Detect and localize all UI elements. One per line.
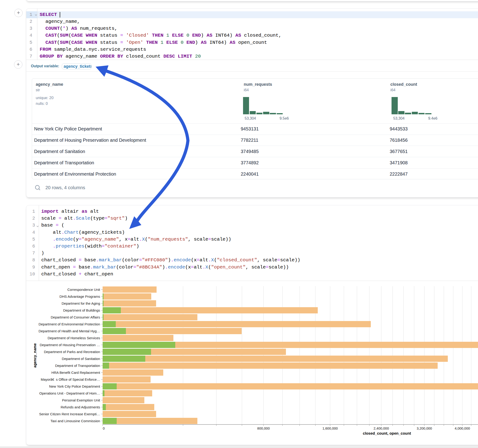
svg-text:closed_count, open_count: closed_count, open_count [363,431,411,435]
svg-text:DHS Advantage Programs: DHS Advantage Programs [59,294,100,299]
svg-text:Operations Unit - Department o: Operations Unit - Department of Hom… [39,391,100,395]
svg-text:Department of Homeless Service: Department of Homeless Services [48,336,100,340]
svg-text:Department for the Aging: Department for the Aging [62,301,100,305]
svg-text:Department of Environmental Pr: Department of Environmental Protection [38,322,100,326]
svg-text:Department of Sanitation: Department of Sanitation [62,357,100,361]
svg-text:3,200,000: 3,200,000 [417,426,432,430]
svg-text:4,000,000: 4,000,000 [455,426,470,430]
svg-text:agency_name: agency_name [33,343,37,367]
svg-text:1,600,000: 1,600,000 [322,426,338,430]
svg-text:New York City Police Departmen: New York City Police Department [49,384,100,388]
svg-text:Department of Parks and Recrea: Department of Parks and Recreation [44,350,100,354]
svg-text:Department of Consumer Affairs: Department of Consumer Affairs [51,315,100,319]
svg-text:Refunds and Adjustments: Refunds and Adjustments [61,405,100,409]
svg-text:Department of Transportation: Department of Transportation [55,364,100,367]
svg-text:Personal Exemption Unit: Personal Exemption Unit [62,398,100,402]
svg-text:2,400,000: 2,400,000 [374,426,389,430]
svg-text:Department of Health and Menta: Department of Health and Mental Hyg… [38,329,100,333]
svg-text:Senior Citizen Rent Increase E: Senior Citizen Rent Increase Exempti… [39,412,100,416]
svg-text:HRA Benefit Card Replacement: HRA Benefit Card Replacement [51,371,100,374]
svg-text:800,000: 800,000 [257,426,270,430]
svg-text:Mayorâ€ s Office of Special En: Mayorâ€ s Office of Special Enforce… [41,378,100,381]
svg-text:Department of Buildings: Department of Buildings [63,308,100,312]
svg-text:Correspondence Unit: Correspondence Unit [67,288,100,292]
svg-text:Department of Housing Preserva: Department of Housing Preservation … [40,343,100,347]
svg-text:0: 0 [103,426,105,430]
svg-text:Taxi and Limousine Commission: Taxi and Limousine Commission [50,419,100,423]
